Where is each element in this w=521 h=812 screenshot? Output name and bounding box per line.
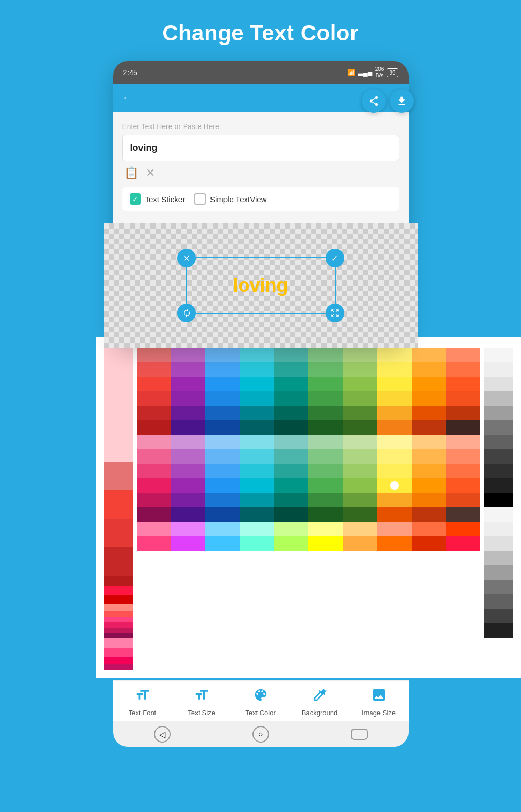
color-cell[interactable]	[446, 391, 480, 406]
color-cell[interactable]	[274, 348, 308, 362]
color-cell[interactable]	[137, 391, 171, 406]
color-cell[interactable]	[274, 420, 308, 435]
color-cell[interactable]	[137, 348, 171, 362]
color-cell[interactable]	[446, 493, 480, 507]
color-cell[interactable]	[343, 377, 377, 391]
color-cell[interactable]	[274, 377, 308, 391]
color-cell[interactable]	[205, 377, 240, 391]
download-button[interactable]	[390, 89, 414, 113]
corner-confirm-button[interactable]: ✓	[326, 249, 344, 267]
color-cell[interactable]	[308, 464, 343, 478]
color-cell[interactable]	[343, 493, 377, 507]
color-cell[interactable]	[308, 536, 343, 551]
color-cell[interactable]	[205, 420, 240, 435]
color-cell[interactable]	[171, 449, 205, 464]
color-cell[interactable]	[137, 449, 171, 464]
color-cell[interactable]	[412, 420, 446, 435]
color-cell[interactable]	[343, 536, 377, 551]
toolbar-text-font[interactable]: Text Font	[122, 687, 163, 717]
color-cell[interactable]	[308, 362, 343, 377]
color-cell[interactable]	[308, 493, 343, 507]
toolbar-text-color[interactable]: Text Color	[240, 687, 281, 717]
color-cell[interactable]	[308, 406, 343, 420]
color-cell[interactable]	[171, 377, 205, 391]
color-cell[interactable]	[137, 406, 171, 420]
color-cell[interactable]	[171, 391, 205, 406]
color-cell[interactable]	[377, 464, 411, 478]
color-cell[interactable]	[412, 449, 446, 464]
color-cell[interactable]	[446, 377, 480, 391]
color-cell[interactable]	[171, 478, 205, 493]
color-cell[interactable]	[274, 435, 308, 449]
color-cell[interactable]	[343, 406, 377, 420]
toolbar-text-size[interactable]: Text Size	[181, 687, 222, 717]
color-cell[interactable]	[446, 435, 480, 449]
color-cell[interactable]	[446, 406, 480, 420]
color-cell[interactable]	[240, 362, 274, 377]
color-cell[interactable]	[412, 348, 446, 362]
color-cell[interactable]	[377, 420, 411, 435]
color-cell[interactable]	[240, 507, 274, 522]
color-cell[interactable]	[446, 507, 480, 522]
back-button[interactable]: ←	[122, 91, 134, 105]
color-cell[interactable]	[274, 478, 308, 493]
color-cell[interactable]	[412, 391, 446, 406]
color-cell[interactable]	[274, 391, 308, 406]
nav-home-indicator[interactable]: ○	[252, 726, 269, 743]
color-cell[interactable]	[104, 490, 133, 519]
color-cell[interactable]	[205, 348, 240, 362]
color-cell[interactable]	[205, 536, 240, 551]
color-cell[interactable]	[240, 435, 274, 449]
color-cell[interactable]	[308, 507, 343, 522]
color-cell[interactable]	[377, 348, 411, 362]
color-cell[interactable]	[137, 362, 171, 377]
color-cell[interactable]	[171, 362, 205, 377]
toolbar-background[interactable]: Background	[299, 687, 341, 717]
color-cell[interactable]	[412, 493, 446, 507]
color-cell[interactable]	[308, 449, 343, 464]
clipboard-icon[interactable]: 📋	[124, 166, 138, 180]
color-cell[interactable]	[137, 522, 171, 536]
color-cell[interactable]	[240, 478, 274, 493]
color-cell[interactable]	[343, 522, 377, 536]
color-cell[interactable]	[274, 464, 308, 478]
color-cell[interactable]	[274, 522, 308, 536]
color-cell[interactable]	[240, 449, 274, 464]
nav-back-indicator[interactable]: ◁	[154, 726, 171, 743]
color-cell[interactable]	[446, 362, 480, 377]
color-cell[interactable]	[104, 348, 133, 462]
color-cell[interactable]	[205, 507, 240, 522]
color-cell[interactable]	[205, 435, 240, 449]
color-cell[interactable]	[446, 449, 480, 464]
color-cell[interactable]	[412, 406, 446, 420]
color-cell[interactable]	[205, 493, 240, 507]
color-cell[interactable]	[412, 478, 446, 493]
color-cell[interactable]	[308, 348, 343, 362]
color-cell[interactable]	[343, 391, 377, 406]
color-cell[interactable]	[137, 377, 171, 391]
color-cell[interactable]	[205, 391, 240, 406]
color-cell[interactable]	[137, 420, 171, 435]
color-cell[interactable]	[343, 420, 377, 435]
color-cell[interactable]	[171, 522, 205, 536]
color-cell[interactable]	[343, 478, 377, 493]
color-cell[interactable]	[377, 362, 411, 377]
color-cell[interactable]	[377, 522, 411, 536]
color-cell[interactable]	[412, 435, 446, 449]
text-input[interactable]: loving	[122, 135, 399, 161]
color-cell[interactable]	[240, 522, 274, 536]
color-cell[interactable]	[205, 464, 240, 478]
color-cell[interactable]	[274, 362, 308, 377]
color-cell[interactable]	[240, 406, 274, 420]
color-cell[interactable]	[274, 493, 308, 507]
color-cell[interactable]	[274, 507, 308, 522]
share-button[interactable]	[362, 89, 386, 113]
color-cell[interactable]	[240, 536, 274, 551]
color-cell[interactable]	[205, 449, 240, 464]
color-cell[interactable]	[412, 377, 446, 391]
color-cell[interactable]	[377, 493, 411, 507]
color-cell[interactable]	[308, 522, 343, 536]
color-cell[interactable]	[240, 464, 274, 478]
color-cell[interactable]	[412, 507, 446, 522]
color-cell[interactable]	[104, 519, 133, 547]
